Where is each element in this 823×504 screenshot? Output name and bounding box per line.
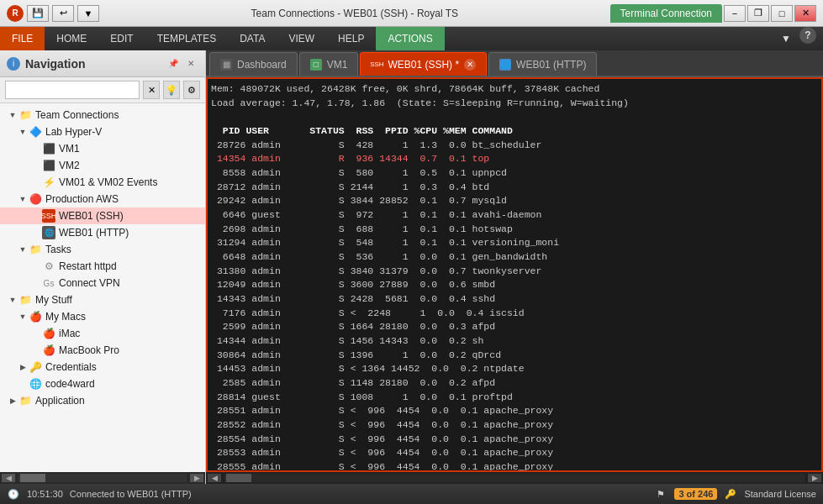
terminal-line-7: 2698 admin S 688 1 0.1 0.1 hotswap <box>211 223 818 237</box>
menu-edit[interactable]: EDIT <box>98 27 145 50</box>
terminal-hscroll[interactable]: ◀ ▶ <box>206 472 823 484</box>
hscroll-left[interactable]: ◀ <box>2 474 15 482</box>
terminal[interactable]: Mem: 489072K used, 26428K free, 0K shrd,… <box>206 77 823 472</box>
menu-view[interactable]: VIEW <box>277 27 326 50</box>
tab-web01-ssh[interactable]: SSH WEB01 (SSH) * ✕ <box>360 52 487 76</box>
hscroll-thumb[interactable] <box>20 474 45 482</box>
help-icon[interactable]: ? <box>799 27 816 44</box>
restore-button[interactable]: ❐ <box>747 5 769 22</box>
hscroll-right[interactable]: ▶ <box>190 474 203 482</box>
tree-item-production-aws[interactable]: ▼ 🔴 Production AWS <box>0 191 205 207</box>
expand-my-stuff[interactable]: ▼ <box>7 296 18 304</box>
tree-item-vm2[interactable]: ⬛ VM2 <box>0 157 205 174</box>
terminal-hscroll-track[interactable] <box>224 474 805 482</box>
terminal-hscroll-left[interactable]: ◀ <box>208 474 221 482</box>
tree-item-lab-hyper-v[interactable]: ▼ 🔷 Lab Hyper-V <box>0 123 205 140</box>
terminal-hscroll-right[interactable]: ▶ <box>808 474 821 482</box>
sidebar: i Navigation 📌 ✕ ✕ 💡 ⚙ ▼ 📁 Team Connecti… <box>0 50 206 484</box>
nav-close-button[interactable]: ✕ <box>183 57 198 71</box>
expand-lab-hyper-v[interactable]: ▼ <box>17 128 29 136</box>
tree-item-my-macs[interactable]: ▼ 🍎 My Macs <box>0 308 205 325</box>
nav-pin-button[interactable]: 📌 <box>166 57 181 71</box>
menu-more[interactable]: ▼ <box>773 27 799 50</box>
vm2-icon: ⬛ <box>42 159 55 172</box>
expand-tasks[interactable]: ▼ <box>17 245 29 254</box>
vm-events-label: VM01 & VM02 Events <box>59 176 157 188</box>
tasks-icon: 📁 <box>29 243 42 256</box>
status-filter-icon[interactable]: ⚑ <box>654 487 667 501</box>
tree-item-team-connections[interactable]: ▼ 📁 Team Connections <box>0 107 205 123</box>
menu-templates[interactable]: TEMPLATES <box>145 27 228 50</box>
tab-web01-ssh-close[interactable]: ✕ <box>464 59 476 71</box>
expand-application[interactable]: ▶ <box>7 396 18 405</box>
tree-item-restart-httpd[interactable]: ⚙ Restart httpd <box>0 258 205 275</box>
minimize-button[interactable]: − <box>724 5 746 22</box>
tab-bar: ▦ Dashboard □ VM1 SSH WEB01 (SSH) * ✕ 🌐 … <box>206 50 823 77</box>
tree-item-connect-vpn[interactable]: Gs Connect VPN <box>0 275 205 291</box>
terminal-tab-indicator: Terminal Connection <box>610 4 722 23</box>
http-icon: 🌐 <box>42 226 55 239</box>
tab-dashboard[interactable]: ▦ Dashboard <box>209 52 298 76</box>
tree-item-credentials[interactable]: ▶ 🔑 Credentials <box>0 359 205 375</box>
expand-my-macs[interactable]: ▼ <box>17 312 29 321</box>
menu-data[interactable]: DATA <box>228 27 277 50</box>
search-clear-button[interactable]: ✕ <box>143 81 160 99</box>
status-key-icon: 🔑 <box>724 487 737 501</box>
tree-item-web01-ssh[interactable]: SSH WEB01 (SSH) <box>0 207 205 224</box>
tree-item-vm-events[interactable]: ⚡ VM01 & VM02 Events <box>0 174 205 191</box>
search-bulb-button[interactable]: 💡 <box>163 81 180 99</box>
search-filter-button[interactable]: ⚙ <box>183 81 200 99</box>
menu-file[interactable]: FILE <box>0 27 45 50</box>
expand-team-connections[interactable]: ▼ <box>7 111 18 119</box>
menu-help[interactable]: HELP <box>326 27 376 50</box>
terminal-line-5: 29242 admin S 3844 28852 0.1 0.7 mysqld <box>211 194 818 208</box>
search-input[interactable] <box>5 81 140 99</box>
quick-access-btn1[interactable]: 💾 <box>27 5 49 22</box>
application-label: Application <box>35 395 85 407</box>
macbook-icon: 🍎 <box>42 344 55 357</box>
terminal-line-23: 28553 admin S < 996 4454 0.0 0.1 apache_… <box>211 446 818 460</box>
status-message: Connected to WEB01 (HTTP) <box>70 489 192 499</box>
tree-item-my-stuff[interactable]: ▼ 📁 My Stuff <box>0 291 205 308</box>
restart-icon: ⚙ <box>42 260 55 273</box>
tab-vm1-label: VM1 <box>327 59 348 71</box>
terminal-line-2: 14354 admin R 936 14344 0.7 0.1 top <box>211 152 818 166</box>
tree-item-web01-http[interactable]: 🌐 WEB01 (HTTP) <box>0 224 205 241</box>
sidebar-hscroll[interactable]: ◀ ▶ <box>0 472 205 484</box>
tab-web01-http[interactable]: 🌐 WEB01 (HTTP) <box>488 52 597 76</box>
expand-production-aws[interactable]: ▼ <box>17 195 29 203</box>
close-button[interactable]: ✕ <box>794 5 816 22</box>
menu-home[interactable]: HOME <box>45 27 98 50</box>
terminal-hscroll-thumb[interactable] <box>226 474 251 482</box>
status-time: 10:51:30 <box>27 489 63 499</box>
title-bar: R 💾 ↩ ▼ Team Connections - WEB01 (SSH) -… <box>0 0 823 27</box>
dashboard-icon: ▦ <box>220 59 232 71</box>
terminal-header-line: PID USER STATUS RSS PPID %CPU %MEM COMMA… <box>211 124 818 139</box>
imac-icon: 🍎 <box>42 327 55 340</box>
tree-item-macbook-pro[interactable]: 🍎 MacBook Pro <box>0 342 205 359</box>
menu-actions[interactable]: ACTIONS <box>376 27 444 50</box>
terminal-line-8: 31294 admin S 548 1 0.1 0.1 versioning_m… <box>211 236 818 250</box>
terminal-line-16: 30864 admin S 1396 1 0.0 0.2 qDrcd <box>211 349 818 363</box>
status-count-badge: 3 of 246 <box>674 488 717 500</box>
my-macs-label: My Macs <box>45 311 86 323</box>
expand-credentials[interactable]: ▶ <box>17 363 29 371</box>
quick-access-btn2[interactable]: ↩ <box>52 5 74 22</box>
quick-access-btn3[interactable]: ▼ <box>77 5 99 22</box>
terminal-line-11: 12049 admin S 3600 27889 0.0 0.6 smbd <box>211 278 818 292</box>
tree-view: ▼ 📁 Team Connections ▼ 🔷 Lab Hyper-V ⬛ V… <box>0 103 205 472</box>
tree-item-tasks[interactable]: ▼ 📁 Tasks <box>0 241 205 258</box>
tab-web01-http-label: WEB01 (HTTP) <box>516 59 586 71</box>
aws-icon: 🔴 <box>29 192 42 206</box>
status-right: ⚑ 3 of 246 🔑 Standard License <box>654 487 816 501</box>
tree-item-imac[interactable]: 🍎 iMac <box>0 325 205 342</box>
tree-item-vm1[interactable]: ⬛ VM1 <box>0 140 205 157</box>
vm1-icon: ⬛ <box>42 142 55 155</box>
maximize-button[interactable]: □ <box>771 5 793 22</box>
terminal-line-9: 6648 admin S 536 1 0.0 0.1 gen_bandwidth <box>211 250 818 265</box>
terminal-line-3: 8558 admin S 580 1 0.5 0.1 upnpcd <box>211 166 818 181</box>
tab-vm1[interactable]: □ VM1 <box>299 52 359 76</box>
hscroll-track[interactable] <box>18 474 187 482</box>
tree-item-application[interactable]: ▶ 📁 Application <box>0 392 205 409</box>
tree-item-code4ward[interactable]: 🌐 code4ward <box>0 375 205 392</box>
